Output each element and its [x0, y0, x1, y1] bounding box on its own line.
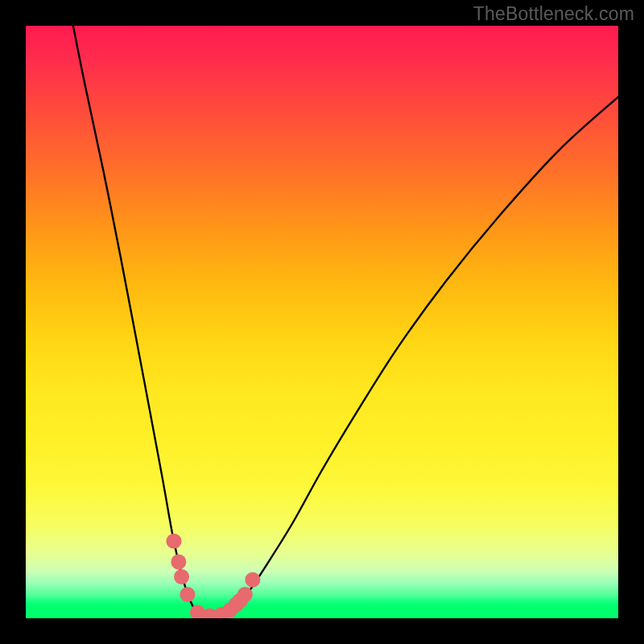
watermark-text: TheBottleneck.com — [473, 3, 634, 25]
marker-dot — [237, 587, 253, 602]
marker-dot — [180, 587, 195, 602]
highlight-dots — [167, 534, 261, 618]
chart-frame: TheBottleneck.com — [0, 0, 644, 644]
chart-svg — [26, 26, 618, 618]
marker-dot — [167, 534, 182, 549]
marker-dot — [171, 555, 186, 570]
marker-dot — [245, 572, 260, 588]
marker-dot — [174, 569, 189, 584]
bottleneck-curve — [73, 26, 618, 618]
plot-area — [26, 26, 618, 618]
